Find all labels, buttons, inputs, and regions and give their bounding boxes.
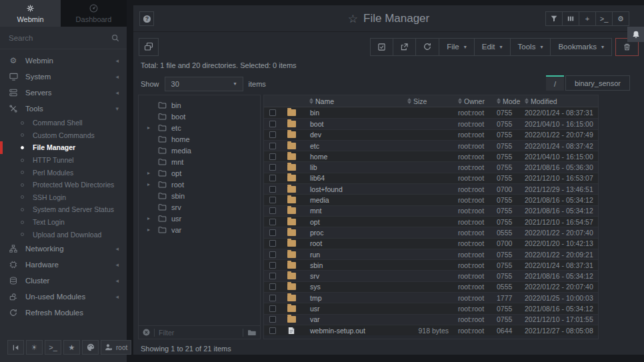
items-per-page-select[interactable]: 30 ▾: [165, 77, 243, 91]
sort-column-size[interactable]: Size: [407, 97, 449, 105]
file-name[interactable]: var: [301, 315, 407, 323]
sidebar-item-networking[interactable]: Networking◂: [0, 241, 127, 257]
favorites-button[interactable]: ★: [63, 340, 80, 355]
file-name[interactable]: etc: [301, 142, 407, 150]
terminal-button[interactable]: >_: [595, 11, 613, 26]
file-name[interactable]: sbin: [301, 261, 407, 269]
sort-column-modified[interactable]: Modified: [521, 97, 598, 105]
sidebar-item-hardware[interactable]: Hardware◂: [0, 257, 127, 273]
sort-column-owner[interactable]: Owner: [449, 97, 491, 105]
tree-item-root[interactable]: ▸root: [139, 179, 260, 190]
row-checkbox[interactable]: [269, 164, 276, 171]
tree-filter-input[interactable]: [159, 329, 239, 337]
tree-item-media[interactable]: media: [139, 145, 260, 156]
row-checkbox[interactable]: [269, 186, 276, 193]
sidebar-item-webmin[interactable]: ⚙Webmin◂: [0, 53, 127, 69]
file-name[interactable]: boot: [301, 120, 407, 128]
sidebar-subitem-command-shell[interactable]: Command Shell: [0, 117, 127, 129]
settings-button[interactable]: ⚙: [612, 11, 629, 26]
row-checkbox[interactable]: [269, 273, 276, 279]
add-button[interactable]: +: [579, 11, 596, 26]
sidebar-subitem-custom-commands[interactable]: Custom Commands: [0, 129, 127, 142]
file-name[interactable]: bin: [301, 109, 407, 117]
file-name[interactable]: usr: [301, 305, 407, 313]
tree-item-opt[interactable]: ▸opt: [139, 167, 260, 179]
file-name[interactable]: opt: [301, 218, 407, 226]
expander-icon[interactable]: ▸: [147, 181, 153, 187]
filter-button[interactable]: [545, 11, 563, 26]
sidebar-subitem-perl-modules[interactable]: Perl Modules: [0, 166, 127, 179]
tree-item-srv[interactable]: srv: [139, 201, 260, 213]
file-name[interactable]: lost+found: [301, 185, 407, 193]
row-checkbox[interactable]: [269, 207, 276, 214]
file-name[interactable]: lib: [301, 163, 407, 171]
file-name[interactable]: root: [301, 239, 407, 247]
file-name[interactable]: media: [301, 196, 407, 204]
edit-menu-button[interactable]: Edit▾: [474, 38, 511, 56]
sidebar-item-tools[interactable]: Tools▾: [0, 101, 127, 117]
row-checkbox[interactable]: [269, 262, 276, 269]
file-name[interactable]: home: [301, 153, 407, 161]
row-checkbox[interactable]: [269, 283, 276, 290]
search-input[interactable]: [9, 34, 111, 42]
sort-column-name[interactable]: Name: [301, 97, 407, 105]
collapse-sidebar-button[interactable]: [7, 340, 24, 355]
favorite-star-icon[interactable]: ☆: [348, 11, 358, 25]
breadcrumb-current[interactable]: binary_sensor: [565, 75, 630, 91]
notifications-button[interactable]: [627, 27, 644, 42]
sidebar-item-un-used-modules[interactable]: Un-used Modules◂: [0, 289, 127, 305]
sidebar-subitem-system-and-server-status[interactable]: System and Server Status: [0, 203, 127, 216]
columns-button[interactable]: [562, 11, 579, 26]
select-all-button[interactable]: [370, 38, 393, 56]
row-checkbox[interactable]: [269, 109, 276, 116]
sidebar-subitem-upload-and-download[interactable]: Upload and Download: [0, 228, 127, 241]
file-name[interactable]: run: [301, 251, 407, 259]
tab-webmin[interactable]: Webmin: [0, 0, 61, 27]
shell-shortcut-button[interactable]: >_: [45, 340, 61, 355]
row-checkbox[interactable]: [269, 305, 276, 312]
tree-item-mnt[interactable]: mnt: [139, 156, 260, 167]
row-checkbox[interactable]: [269, 316, 276, 323]
sidebar-item-cluster[interactable]: Cluster◂: [0, 273, 127, 289]
clear-filter-icon[interactable]: [143, 329, 150, 336]
expander-icon[interactable]: ▸: [147, 215, 153, 221]
file-name[interactable]: mnt: [301, 207, 407, 215]
copy-paste-buffer-button[interactable]: [139, 38, 159, 56]
expander-icon[interactable]: ▸: [147, 170, 153, 176]
help-button[interactable]: ?: [139, 11, 154, 26]
sidebar-subitem-file-manager[interactable]: File Manager: [0, 141, 127, 154]
row-checkbox[interactable]: [269, 219, 276, 225]
export-button[interactable]: [393, 38, 416, 56]
row-checkbox[interactable]: [269, 251, 276, 258]
breadcrumb-root[interactable]: /: [546, 75, 564, 91]
tree-item-bin[interactable]: bin: [139, 99, 260, 111]
tree-item-usr[interactable]: ▸usr: [139, 213, 260, 224]
expander-icon[interactable]: ▸: [147, 125, 153, 131]
tree-item-home[interactable]: home: [139, 133, 260, 145]
user-menu-button[interactable]: root: [101, 340, 131, 355]
row-checkbox[interactable]: [269, 229, 276, 236]
tools-menu-button[interactable]: Tools▾: [510, 38, 551, 56]
row-checkbox[interactable]: [269, 175, 276, 181]
file-name[interactable]: dev: [301, 131, 407, 139]
row-checkbox[interactable]: [269, 121, 276, 127]
row-checkbox[interactable]: [269, 327, 276, 334]
file-name[interactable]: sys: [301, 283, 407, 291]
row-checkbox[interactable]: [269, 197, 276, 203]
tree-item-sbin[interactable]: sbin: [139, 190, 260, 201]
tree-item-etc[interactable]: ▸etc: [139, 122, 260, 133]
sort-column-mode[interactable]: Mode: [491, 97, 521, 105]
file-name[interactable]: webmin-setup.out: [301, 327, 407, 335]
file-name[interactable]: lib64: [301, 174, 407, 182]
theme-palette-button[interactable]: [82, 340, 99, 355]
file-name[interactable]: proc: [301, 229, 407, 237]
tree-item-var[interactable]: ▸var: [139, 224, 260, 235]
file-menu-button[interactable]: File▾: [439, 38, 475, 56]
sidebar-item-servers[interactable]: Servers◂: [0, 85, 127, 101]
row-checkbox[interactable]: [269, 295, 276, 301]
row-checkbox[interactable]: [269, 143, 276, 149]
sidebar-subitem-protected-web-directories[interactable]: Protected Web Directories: [0, 179, 127, 191]
file-name[interactable]: tmp: [301, 294, 407, 302]
sidebar-item-system[interactable]: System◂: [0, 69, 127, 85]
folder-select-icon[interactable]: [247, 329, 256, 336]
